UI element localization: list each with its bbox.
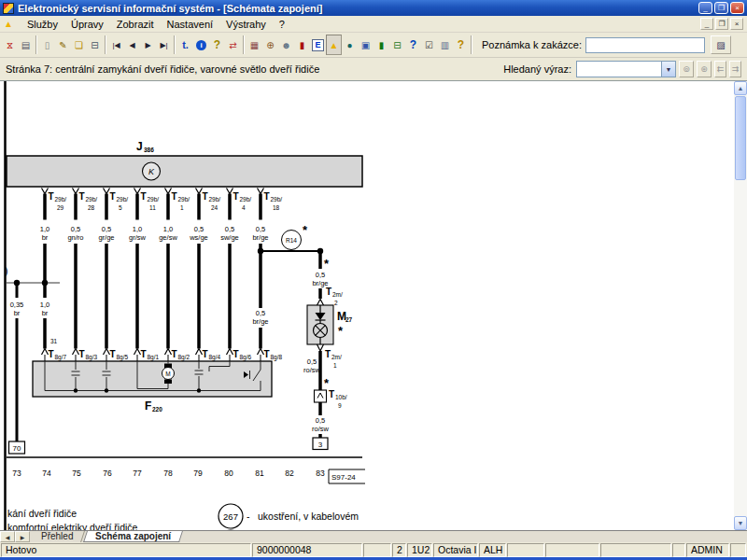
pin-num: 11 xyxy=(149,204,156,211)
scrollbar-thumb[interactable] xyxy=(735,96,746,180)
scroll-up-button[interactable]: ▲ xyxy=(734,81,747,95)
prev-match-icon: ⇇ xyxy=(717,64,725,74)
tab-scroll-right-button[interactable]: ▶ xyxy=(15,531,30,542)
workshop-button[interactable]: ▦ xyxy=(247,35,262,55)
menu-nastaveni[interactable]: Nastavení xyxy=(161,17,220,32)
green-car-icon: ⊟ xyxy=(393,40,401,50)
pin-num: 28 xyxy=(88,204,95,211)
wire-gauge: 0,5 xyxy=(316,416,325,425)
grid-number: 82 xyxy=(285,469,294,478)
previous-page-button[interactable]: ◀ xyxy=(124,35,140,55)
star-mark: * xyxy=(303,223,308,237)
document-question-button[interactable]: ? xyxy=(453,35,469,55)
wire-color: gr/ge xyxy=(98,233,114,242)
component-label-sub: 386 xyxy=(144,147,154,153)
print-icon: ▤ xyxy=(21,40,30,50)
vehicle-button[interactable]: ⊟ xyxy=(87,35,103,55)
wire-color: br/ge xyxy=(252,317,268,326)
order-form-button[interactable]: ▨ xyxy=(711,35,731,54)
mdi-minimize-button[interactable]: _ xyxy=(700,18,713,30)
pin-label: T xyxy=(203,349,208,359)
status-bar: Hotovo900000004821U2Octavia IALHADMIN xyxy=(0,542,747,557)
control-unit-j386: J 386 K xyxy=(7,140,362,187)
tab-prehled[interactable]: Přehled xyxy=(30,531,85,542)
car-question-button[interactable]: ? xyxy=(405,35,421,55)
status-panel-1: 9000000048 xyxy=(252,543,362,557)
toolbar-separator xyxy=(35,35,37,54)
pin-label: T xyxy=(141,349,147,359)
minimize-button[interactable]: _ xyxy=(698,2,712,14)
status-panel-5: Octavia I xyxy=(433,543,478,557)
wire-gauge: 0,5 xyxy=(316,271,325,279)
globe-button[interactable]: ● xyxy=(342,35,358,55)
red-book-button[interactable]: ▮ xyxy=(294,35,310,55)
grid-track: 73 74 75 76 77 78 79 80 81 82 83 84 S97-… xyxy=(7,457,365,483)
globe-grid-button[interactable]: ⊕ xyxy=(262,35,278,55)
menu-vystrahy[interactable]: Výstrahy xyxy=(219,17,273,32)
grid-number: 81 xyxy=(255,469,264,478)
wire-color: br xyxy=(42,233,49,242)
green-book-button[interactable]: ▮ xyxy=(374,35,389,55)
checklist-button[interactable]: ☑ xyxy=(421,35,437,55)
search-label: Hledaný výraz: xyxy=(503,63,571,75)
menu-zobrazit[interactable]: Zobrazit xyxy=(110,17,161,32)
dropdown-arrow-icon[interactable]: ▼ xyxy=(661,62,675,77)
person-button[interactable]: ☻ xyxy=(278,35,294,55)
info-bar: Stránka 7: centrální zamykání dveří řidi… xyxy=(0,58,747,81)
sign-document-button[interactable]: ✎ xyxy=(55,35,71,55)
globe-grid-icon: ⊕ xyxy=(266,40,274,50)
tab-schema-zapojeni[interactable]: Schéma zapojení xyxy=(84,531,184,542)
pin-label: T xyxy=(203,191,208,202)
last-page-button[interactable]: ▶| xyxy=(156,35,172,55)
pin-sub: 8g/1 xyxy=(148,354,160,361)
hourglass-button[interactable]: ⧖ xyxy=(2,35,18,55)
next-match-button[interactable]: ⇉ xyxy=(729,61,741,77)
order-note-input[interactable] xyxy=(585,37,705,53)
prev-match-button[interactable]: ⇇ xyxy=(714,61,726,77)
menu-sluzby[interactable]: Služby xyxy=(21,17,64,32)
find-button[interactable]: ⊚ xyxy=(679,61,694,77)
text-tool-button[interactable]: t. xyxy=(177,35,193,55)
warning-triangle-button[interactable]: ▲ xyxy=(326,35,342,55)
menu-help[interactable]: ? xyxy=(273,17,291,32)
info-button[interactable]: i xyxy=(193,35,209,55)
print-button[interactable]: ▤ xyxy=(18,35,34,55)
next-page-button[interactable]: ▶ xyxy=(140,35,156,55)
tab-label: Schéma zapojení xyxy=(95,531,171,542)
green-car-button[interactable]: ⊟ xyxy=(389,35,405,55)
menu-upravy[interactable]: Úpravy xyxy=(64,17,110,32)
restore-button[interactable]: ❐ xyxy=(714,2,728,14)
status-panel-10 xyxy=(672,543,685,557)
help-button[interactable]: ? xyxy=(209,35,225,55)
tab-bar: ◀ ▶ Přehled Schéma zapojení xyxy=(0,530,747,542)
scroll-down-button[interactable]: ▼ xyxy=(734,516,747,530)
pin-sub: 29b/ xyxy=(178,196,190,203)
swap-arrows-button[interactable]: ⇄ xyxy=(225,35,241,55)
tab-scroll-left-button[interactable]: ◀ xyxy=(0,531,15,542)
device-button[interactable]: ▥ xyxy=(437,35,453,55)
mdi-close-button[interactable]: × xyxy=(730,18,743,30)
close-button[interactable]: × xyxy=(730,2,744,14)
open-document-button[interactable]: ❏ xyxy=(71,35,87,55)
new-document-button[interactable]: ▯ xyxy=(39,35,55,55)
note-text: ukostření, v kabelovém xyxy=(258,511,359,522)
person-icon: ☻ xyxy=(281,40,291,50)
diagram-canvas: J 386 K xyxy=(0,81,747,530)
pin-label: T xyxy=(172,349,177,359)
pin-num: 2 xyxy=(334,300,338,306)
disk-button[interactable]: ▣ xyxy=(358,35,374,55)
mdi-restore-button[interactable]: ❐ xyxy=(715,18,728,30)
find-all-button[interactable]: ⊛ xyxy=(697,61,712,77)
legend-line1: kání dveří řidiče xyxy=(7,508,77,519)
device-icon: ▥ xyxy=(441,40,449,50)
search-input[interactable] xyxy=(577,62,661,77)
pin-label: T xyxy=(49,191,54,202)
pin-label: T xyxy=(329,389,334,399)
pin-sub: 8g/2 xyxy=(178,354,190,361)
pin-sub: 29b/ xyxy=(86,196,98,203)
vertical-scrollbar[interactable]: ▲ ▼ xyxy=(734,81,747,530)
first-page-button[interactable]: |◀ xyxy=(108,35,124,55)
toolbar-separator xyxy=(105,35,106,54)
wire-gauge: 1,0 xyxy=(163,225,173,233)
window-e-button[interactable]: E xyxy=(310,35,326,55)
